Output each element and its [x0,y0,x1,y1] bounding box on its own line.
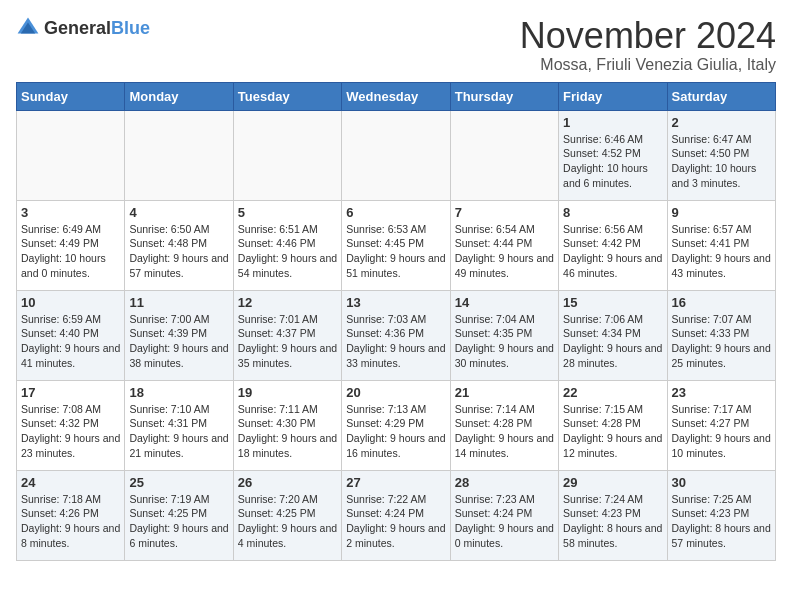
weekday-header-tuesday: Tuesday [233,82,341,110]
day-info: Sunrise: 7:01 AM Sunset: 4:37 PM Dayligh… [238,312,337,371]
day-info: Sunrise: 7:25 AM Sunset: 4:23 PM Dayligh… [672,492,771,551]
day-number: 2 [672,115,771,130]
day-info: Sunrise: 7:08 AM Sunset: 4:32 PM Dayligh… [21,402,120,461]
page-title: November 2024 [520,16,776,56]
day-info: Sunrise: 7:20 AM Sunset: 4:25 PM Dayligh… [238,492,337,551]
day-info: Sunrise: 7:10 AM Sunset: 4:31 PM Dayligh… [129,402,228,461]
title-area: November 2024 Mossa, Friuli Venezia Giul… [520,16,776,74]
day-info: Sunrise: 7:14 AM Sunset: 4:28 PM Dayligh… [455,402,554,461]
day-number: 10 [21,295,120,310]
logo-text-general: General [44,18,111,38]
day-number: 27 [346,475,445,490]
calendar-cell: 3Sunrise: 6:49 AM Sunset: 4:49 PM Daylig… [17,200,125,290]
calendar-cell: 11Sunrise: 7:00 AM Sunset: 4:39 PM Dayli… [125,290,233,380]
day-number: 19 [238,385,337,400]
day-number: 3 [21,205,120,220]
calendar-cell: 10Sunrise: 6:59 AM Sunset: 4:40 PM Dayli… [17,290,125,380]
day-info: Sunrise: 6:49 AM Sunset: 4:49 PM Dayligh… [21,222,120,281]
weekday-header-wednesday: Wednesday [342,82,450,110]
day-number: 14 [455,295,554,310]
calendar-cell: 24Sunrise: 7:18 AM Sunset: 4:26 PM Dayli… [17,470,125,560]
day-number: 25 [129,475,228,490]
day-number: 5 [238,205,337,220]
logo-icon [16,16,40,40]
day-info: Sunrise: 7:00 AM Sunset: 4:39 PM Dayligh… [129,312,228,371]
day-info: Sunrise: 7:15 AM Sunset: 4:28 PM Dayligh… [563,402,662,461]
calendar-cell [450,110,558,200]
day-number: 28 [455,475,554,490]
day-number: 13 [346,295,445,310]
day-number: 11 [129,295,228,310]
calendar-cell: 15Sunrise: 7:06 AM Sunset: 4:34 PM Dayli… [559,290,667,380]
calendar-cell [125,110,233,200]
day-number: 20 [346,385,445,400]
day-info: Sunrise: 6:59 AM Sunset: 4:40 PM Dayligh… [21,312,120,371]
calendar-cell: 1Sunrise: 6:46 AM Sunset: 4:52 PM Daylig… [559,110,667,200]
calendar-cell [342,110,450,200]
day-number: 18 [129,385,228,400]
day-info: Sunrise: 7:23 AM Sunset: 4:24 PM Dayligh… [455,492,554,551]
day-info: Sunrise: 6:46 AM Sunset: 4:52 PM Dayligh… [563,132,662,191]
calendar-cell: 14Sunrise: 7:04 AM Sunset: 4:35 PM Dayli… [450,290,558,380]
day-number: 7 [455,205,554,220]
logo-text-blue: Blue [111,18,150,38]
calendar-cell: 16Sunrise: 7:07 AM Sunset: 4:33 PM Dayli… [667,290,775,380]
day-info: Sunrise: 6:57 AM Sunset: 4:41 PM Dayligh… [672,222,771,281]
day-info: Sunrise: 6:53 AM Sunset: 4:45 PM Dayligh… [346,222,445,281]
calendar-cell: 30Sunrise: 7:25 AM Sunset: 4:23 PM Dayli… [667,470,775,560]
logo: GeneralBlue [16,16,150,40]
day-number: 1 [563,115,662,130]
day-info: Sunrise: 6:51 AM Sunset: 4:46 PM Dayligh… [238,222,337,281]
calendar-cell: 28Sunrise: 7:23 AM Sunset: 4:24 PM Dayli… [450,470,558,560]
weekday-header-friday: Friday [559,82,667,110]
weekday-header-saturday: Saturday [667,82,775,110]
calendar-cell: 18Sunrise: 7:10 AM Sunset: 4:31 PM Dayli… [125,380,233,470]
day-number: 23 [672,385,771,400]
day-info: Sunrise: 7:19 AM Sunset: 4:25 PM Dayligh… [129,492,228,551]
day-number: 26 [238,475,337,490]
page-header: GeneralBlue November 2024 Mossa, Friuli … [16,16,776,74]
day-number: 12 [238,295,337,310]
day-info: Sunrise: 6:50 AM Sunset: 4:48 PM Dayligh… [129,222,228,281]
day-info: Sunrise: 7:17 AM Sunset: 4:27 PM Dayligh… [672,402,771,461]
calendar-cell: 4Sunrise: 6:50 AM Sunset: 4:48 PM Daylig… [125,200,233,290]
day-info: Sunrise: 7:04 AM Sunset: 4:35 PM Dayligh… [455,312,554,371]
calendar-cell [17,110,125,200]
calendar-cell: 29Sunrise: 7:24 AM Sunset: 4:23 PM Dayli… [559,470,667,560]
calendar-cell: 17Sunrise: 7:08 AM Sunset: 4:32 PM Dayli… [17,380,125,470]
calendar-cell: 9Sunrise: 6:57 AM Sunset: 4:41 PM Daylig… [667,200,775,290]
day-info: Sunrise: 7:03 AM Sunset: 4:36 PM Dayligh… [346,312,445,371]
day-info: Sunrise: 6:56 AM Sunset: 4:42 PM Dayligh… [563,222,662,281]
day-number: 16 [672,295,771,310]
calendar-cell: 23Sunrise: 7:17 AM Sunset: 4:27 PM Dayli… [667,380,775,470]
calendar-cell: 21Sunrise: 7:14 AM Sunset: 4:28 PM Dayli… [450,380,558,470]
weekday-header-monday: Monday [125,82,233,110]
day-number: 17 [21,385,120,400]
day-number: 9 [672,205,771,220]
day-number: 6 [346,205,445,220]
calendar-cell: 7Sunrise: 6:54 AM Sunset: 4:44 PM Daylig… [450,200,558,290]
calendar-cell: 13Sunrise: 7:03 AM Sunset: 4:36 PM Dayli… [342,290,450,380]
calendar-cell: 22Sunrise: 7:15 AM Sunset: 4:28 PM Dayli… [559,380,667,470]
day-info: Sunrise: 7:18 AM Sunset: 4:26 PM Dayligh… [21,492,120,551]
calendar-cell: 12Sunrise: 7:01 AM Sunset: 4:37 PM Dayli… [233,290,341,380]
calendar-cell: 26Sunrise: 7:20 AM Sunset: 4:25 PM Dayli… [233,470,341,560]
day-number: 4 [129,205,228,220]
day-number: 15 [563,295,662,310]
calendar-cell: 19Sunrise: 7:11 AM Sunset: 4:30 PM Dayli… [233,380,341,470]
calendar-cell: 2Sunrise: 6:47 AM Sunset: 4:50 PM Daylig… [667,110,775,200]
day-info: Sunrise: 6:54 AM Sunset: 4:44 PM Dayligh… [455,222,554,281]
page-subtitle: Mossa, Friuli Venezia Giulia, Italy [520,56,776,74]
weekday-header-thursday: Thursday [450,82,558,110]
day-info: Sunrise: 7:07 AM Sunset: 4:33 PM Dayligh… [672,312,771,371]
day-info: Sunrise: 7:11 AM Sunset: 4:30 PM Dayligh… [238,402,337,461]
calendar-cell [233,110,341,200]
day-number: 8 [563,205,662,220]
calendar-cell: 27Sunrise: 7:22 AM Sunset: 4:24 PM Dayli… [342,470,450,560]
day-info: Sunrise: 7:13 AM Sunset: 4:29 PM Dayligh… [346,402,445,461]
calendar-table: SundayMondayTuesdayWednesdayThursdayFrid… [16,82,776,561]
calendar-cell: 8Sunrise: 6:56 AM Sunset: 4:42 PM Daylig… [559,200,667,290]
calendar-cell: 20Sunrise: 7:13 AM Sunset: 4:29 PM Dayli… [342,380,450,470]
day-number: 29 [563,475,662,490]
day-number: 24 [21,475,120,490]
